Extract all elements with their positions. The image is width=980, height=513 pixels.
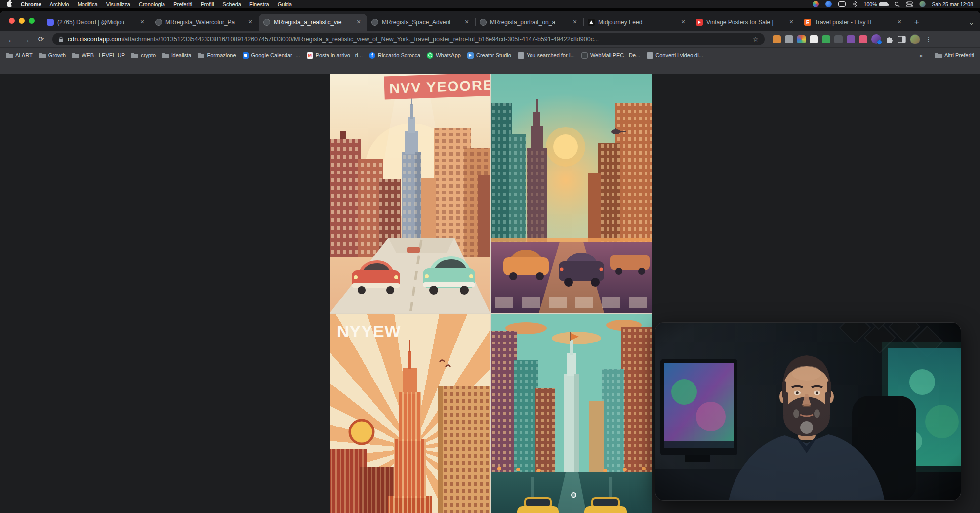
bookmark-formazione[interactable]: Formazione [198, 52, 236, 59]
bookmark-other-favorites[interactable]: Altri Preferiti [935, 52, 974, 59]
tab-title: MRregista_portrait_on_a [490, 19, 568, 26]
google-calendar-icon [243, 52, 249, 59]
etsy-favicon-icon: E [804, 19, 811, 26]
poster-new-york-top-left[interactable]: NVV YEOORE [330, 74, 490, 313]
extension-icon-6[interactable] [834, 35, 843, 43]
bookmark-crypto[interactable]: crypto [131, 52, 156, 59]
extension-icon-7[interactable] [847, 35, 855, 43]
menu-modifica[interactable]: Modifica [78, 1, 98, 7]
bookmark-google-calendar[interactable]: Google Calendar -... [243, 52, 300, 59]
tab-close-icon[interactable]: × [896, 18, 903, 26]
tab-close-icon[interactable]: × [679, 18, 687, 26]
extensions-puzzle-icon[interactable] [885, 35, 894, 43]
back-button[interactable]: ← [5, 33, 18, 45]
display-icon[interactable] [838, 1, 846, 7]
facebook-icon: f [369, 52, 375, 59]
menu-guida[interactable]: Guida [278, 1, 292, 7]
tab-close-icon[interactable]: × [787, 18, 795, 26]
tab-midjourney-feed[interactable]: Midjourney Feed × [583, 14, 692, 31]
extension-icon-8[interactable] [859, 35, 867, 43]
tab-title: MRregista_Space_Advent [382, 19, 459, 26]
bookmark-gmail-inbox[interactable]: MPosta in arrivo - ri... [307, 52, 363, 59]
poster-new-york-bottom-left[interactable]: NYYEW [330, 314, 490, 513]
bookmark-webmail-pec[interactable]: WebMail PEC - De... [581, 52, 640, 59]
tab-close-icon[interactable]: × [463, 18, 471, 26]
tab-portrait[interactable]: MRregista_portrait_on_a × [475, 14, 583, 31]
bluetooth-icon[interactable] [852, 1, 858, 7]
split-view-icon[interactable] [898, 36, 906, 43]
spotlight-search-icon[interactable] [894, 1, 900, 7]
tab-discord[interactable]: (2765) Discord | @Midjou × [42, 14, 151, 31]
tab-etsy[interactable]: E Travel poster - Etsy IT × [800, 14, 908, 31]
bookmark-star-icon[interactable]: ☆ [752, 35, 759, 43]
minimize-window-button[interactable] [19, 18, 25, 24]
new-tab-button[interactable]: + [910, 15, 924, 29]
profile-avatar[interactable] [910, 34, 920, 44]
poster-new-york-bottom-right[interactable] [491, 314, 652, 513]
reload-button[interactable]: ⟳ [35, 33, 47, 45]
menu-archivio[interactable]: Archivio [50, 1, 69, 7]
control-center-icon[interactable] [906, 1, 913, 7]
status-blue-app-icon[interactable] [825, 1, 832, 7]
bookmark-idealista[interactable]: idealista [162, 52, 191, 59]
menu-app-name[interactable]: Chrome [21, 1, 41, 7]
address-bar[interactable]: cdn.discordapp.com/attachments/101351233… [52, 33, 765, 45]
extension-icon-2[interactable] [785, 35, 793, 43]
browser-menu-kebab-icon[interactable]: ⋮ [924, 35, 933, 43]
menu-profili[interactable]: Profili [201, 1, 214, 7]
bookmark-facebook-profile[interactable]: fRiccardo Scrocca [369, 52, 420, 59]
battery-indicator[interactable]: 100% [864, 1, 888, 7]
folder-icon [198, 52, 204, 59]
extension-icon-5[interactable] [822, 35, 830, 43]
extension-avatar-badge-icon[interactable] [871, 34, 881, 44]
menubar-clock[interactable]: Sab 25 mar 12:08 [932, 1, 973, 7]
tab-realistic-view-active[interactable]: MRregista_a_realistic_vie × [259, 14, 367, 31]
bookmarks-overflow-chevron[interactable]: » [919, 52, 923, 59]
menu-scheda[interactable]: Scheda [223, 1, 241, 7]
poster-title-banner: NVV YEOORE [384, 74, 490, 99]
tab-search-chevron-icon[interactable]: ⌄ [969, 19, 974, 26]
extension-icon-4[interactable] [810, 35, 818, 43]
zoom-window-button[interactable] [29, 18, 35, 24]
folder-icon [935, 52, 942, 59]
bookmark-growth[interactable]: Growth [39, 52, 66, 59]
bookmark-web-level-up[interactable]: WEB - LEVEL-UP [72, 52, 125, 59]
user-avatar-icon[interactable] [919, 1, 926, 7]
apple-menu-icon[interactable] [7, 1, 12, 7]
close-window-button[interactable] [9, 18, 15, 24]
battery-icon [879, 2, 888, 6]
sun-emblem [350, 420, 373, 444]
bookmark-whatsapp[interactable]: WhatsApp [427, 52, 461, 59]
window-controls [9, 18, 35, 24]
bookmark-creator-studio[interactable]: Creator Studio [467, 52, 511, 59]
tab-close-icon[interactable]: × [138, 18, 146, 26]
tab-close-icon[interactable]: × [355, 18, 363, 26]
bookmark-label: WhatsApp [436, 52, 461, 58]
menu-preferiti[interactable]: Preferiti [173, 1, 192, 7]
bookmark-converti-video[interactable]: Converti i video di... [647, 52, 703, 59]
tab-space-adventure[interactable]: MRregista_Space_Advent × [367, 14, 475, 31]
tab-watercolor[interactable]: MRregista_Watercolor_Pa × [151, 14, 259, 31]
extension-icon-1[interactable] [773, 35, 781, 43]
menu-cronologia[interactable]: Cronologia [139, 1, 165, 7]
bookmark-you-searched[interactable]: You searched for I... [518, 52, 575, 59]
bookmark-ai-art[interactable]: AI ART [6, 52, 33, 59]
menu-finestra[interactable]: Finestra [249, 1, 269, 7]
menubar-status-area: 100% Sab 25 mar 12:08 [813, 1, 973, 7]
tab-close-icon[interactable]: × [571, 18, 579, 26]
extension-icon-3[interactable] [797, 35, 806, 43]
poster-new-york-top-right[interactable] [491, 74, 652, 313]
macos-desktop: Chrome Archivio Modifica Visualizza Cron… [0, 0, 980, 513]
tab-title: MRregista_Watercolor_Pa [165, 19, 243, 26]
folder-icon [39, 52, 46, 59]
bookmark-label: Creator Studio [476, 52, 511, 58]
mouse-cursor [571, 492, 576, 498]
folder-icon [131, 52, 138, 59]
forward-button[interactable]: → [20, 33, 33, 45]
status-app-icon[interactable] [813, 1, 819, 7]
bookmark-label: WEB - LEVEL-UP [82, 52, 125, 58]
tab-close-icon[interactable]: × [246, 18, 254, 26]
tab-vintage-posters[interactable]: Vintage Posters for Sale | × [692, 14, 800, 31]
menu-visualizza[interactable]: Visualizza [106, 1, 130, 7]
page-icon [647, 52, 653, 59]
